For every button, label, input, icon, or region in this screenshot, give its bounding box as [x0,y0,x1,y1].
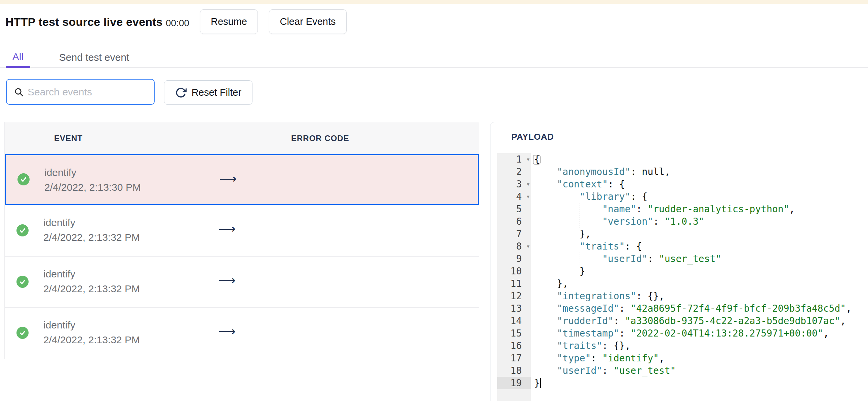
event-name: identify [43,216,75,229]
event-timestamp: 2/4/2022, 2:13:32 PM [43,282,140,295]
gutter-line-number: 10 [497,265,531,277]
event-name: identify [43,319,75,332]
resume-button-label: Resume [211,16,247,27]
event-row[interactable]: identify2/4/2022, 2:13:32 PM⟶ [5,256,479,307]
column-header-event: EVENT [54,122,83,154]
gutter-line-number: 14 [497,315,531,327]
events-table: EVENT ERROR CODE identify2/4/2022, 2:13:… [4,122,479,359]
clear-events-button[interactable]: Clear Events [269,9,347,34]
fold-toggle-icon[interactable]: ▾ [527,191,529,203]
event-timestamp: 2/4/2022, 2:13:32 PM [43,334,140,346]
gutter-line-number: 9 [497,253,531,265]
gutter-line-number: 13 [497,302,531,315]
code-line[interactable]: "library": { [534,191,868,203]
gutter-line-number: 5 [497,203,531,215]
code-line[interactable]: "name": "rudder-analytics-python", [534,203,868,215]
gutter-line-number: 16 [497,339,531,352]
environment-top-bar [0,0,868,4]
event-row[interactable]: identify2/4/2022, 2:13:30 PM⟶ [5,154,479,205]
gutter-line-number: 18 [497,364,531,377]
status-success-icon [17,224,29,236]
tab-send-test-event-label: Send test event [59,52,129,63]
event-rows: identify2/4/2022, 2:13:30 PM⟶identify2/4… [5,154,479,358]
search-events-field [6,79,155,105]
code-line[interactable]: "messageId": "42a8695f-72f4-4f9f-bfcf-20… [534,302,868,315]
gutter-line-number: 1▾ [497,153,531,166]
refresh-icon [175,87,187,98]
events-table-header: EVENT ERROR CODE [5,122,479,154]
clear-events-button-label: Clear Events [280,16,336,27]
status-success-icon [17,327,29,339]
arrow-right-icon: ⟶ [215,325,239,338]
matching-brace-highlight: { [534,154,540,165]
column-header-error-code: ERROR CODE [291,122,349,154]
code-line[interactable]: "userId": "user_test" [534,253,868,265]
arrow-right-icon: ⟶ [215,273,239,287]
payload-panel: PAYLOAD 1▾23▾4▾5678▾91011121314151617181… [490,122,868,401]
tab-all-label: All [12,51,24,63]
recording-timer: 00:00 [166,18,189,29]
status-success-icon [17,276,29,288]
gutter-line-number: 19 [497,377,531,389]
event-name: identify [43,268,75,280]
fold-toggle-icon[interactable]: ▾ [527,178,529,191]
code-line[interactable]: }, [534,277,868,290]
code-line[interactable]: "userId": "user_test" [534,364,868,377]
reset-filter-button[interactable]: Reset Filter [164,80,252,105]
text-cursor [540,378,541,388]
code-line[interactable]: "traits": { [534,240,868,253]
payload-panel-title: PAYLOAD [511,132,554,142]
code-line[interactable]: "context": { [534,178,868,191]
gutter-line-number: 2 [497,166,531,178]
code-line[interactable]: "anonymousId": null, [534,166,868,178]
arrow-right-icon: ⟶ [215,222,239,236]
tab-all[interactable]: All [6,47,30,68]
event-row[interactable]: identify2/4/2022, 2:13:32 PM⟶ [5,205,479,256]
code-line[interactable]: } [534,377,868,389]
payload-code-editor[interactable]: {"anonymousId": null,"context": {"librar… [534,153,868,401]
code-line[interactable]: "version": "1.0.3" [534,215,868,228]
gutter-line-number: 11 [497,277,531,290]
status-success-icon [18,173,30,186]
code-line[interactable]: { [534,153,868,166]
tab-send-test-event[interactable]: Send test event [51,47,138,68]
code-line[interactable]: "traits": {}, [534,339,868,352]
code-line[interactable]: } [534,265,868,277]
gutter-line-number: 4▾ [497,191,531,203]
fold-toggle-icon[interactable]: ▾ [527,153,529,166]
search-input[interactable] [6,79,155,105]
arrow-right-icon: ⟶ [216,172,240,186]
reset-filter-label: Reset Filter [192,87,241,98]
gutter-line-number: 12 [497,290,531,302]
code-line[interactable]: "type": "identify", [534,352,868,364]
fold-toggle-icon[interactable]: ▾ [527,240,529,253]
event-timestamp: 2/4/2022, 2:13:32 PM [43,231,140,244]
gutter-line-number: 15 [497,327,531,339]
code-line[interactable]: }, [534,228,868,240]
gutter-line-number: 7 [497,228,531,240]
gutter-line-number: 8▾ [497,240,531,253]
code-line[interactable]: "rudderId": "a33086db-9375-4c22-a2a3-b5d… [534,315,868,327]
event-name: identify [44,166,76,179]
gutter-line-number: 17 [497,352,531,364]
gutter-line-number: 6 [497,215,531,228]
event-timestamp: 2/4/2022, 2:13:30 PM [44,181,141,194]
code-line[interactable]: "timestamp": "2022-02-04T14:13:28.275971… [534,327,868,339]
code-line[interactable]: "integrations": {}, [534,290,868,302]
live-events-page: HTTP test source live events 00:00 Resum… [0,0,868,401]
page-title: HTTP test source live events [5,15,163,29]
event-row[interactable]: identify2/4/2022, 2:13:32 PM⟶ [5,307,479,358]
code-gutter: 1▾23▾4▾5678▾910111213141516171819 [497,153,531,401]
resume-button[interactable]: Resume [200,9,258,34]
gutter-line-number: 3▾ [497,178,531,191]
